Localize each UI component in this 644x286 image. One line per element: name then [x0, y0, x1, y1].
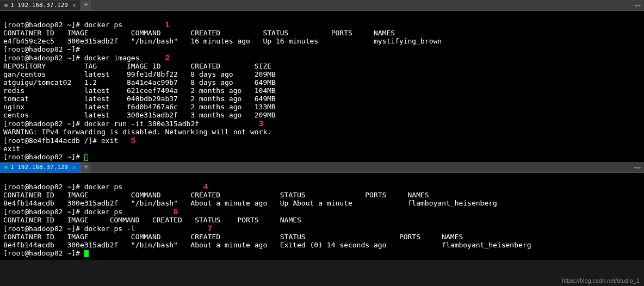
- command-text: docker ps: [84, 208, 122, 216]
- output-line: 8e4fb144acdb 300e315adb2f "/bin/bash" Ab…: [3, 241, 531, 249]
- output-line: centos latest 300e315adb2f 3 months ago …: [3, 111, 276, 119]
- annotation-5: 5: [131, 135, 135, 145]
- add-tab-button[interactable]: +: [81, 163, 91, 172]
- cursor-icon: [84, 154, 88, 161]
- scroll-left-icon[interactable]: ◄: [634, 164, 637, 170]
- output-line: 8e4fb144acdb 300e315adb2f "/bin/bash" Ab…: [3, 199, 497, 207]
- prompt: [root@hadoop02 ~]#: [3, 183, 80, 191]
- tab-bar-top: 1 192.168.37.129 × + ◄ ►: [0, 0, 644, 11]
- add-tab-button[interactable]: +: [81, 1, 91, 10]
- status-dot-icon: [4, 4, 8, 7]
- tab-scroll-controls: ◄ ►: [634, 164, 644, 170]
- close-icon[interactable]: ×: [72, 2, 76, 9]
- output-line: redis latest 621ceef7494a 2 months ago 1…: [3, 86, 276, 95]
- scroll-left-icon[interactable]: ◄: [634, 2, 637, 8]
- command-text: exit: [101, 136, 118, 145]
- terminal-bottom[interactable]: [root@hadoop02 ~]# docker ps 4 CONTAINER…: [0, 173, 644, 260]
- annotation-2: 2: [165, 53, 169, 62]
- output-line: gan/centos latest 99fe1d78bf22 8 days ag…: [3, 70, 276, 78]
- prompt: [root@hadoop02 ~]#: [3, 153, 80, 161]
- prompt: [root@hadoop02 ~]#: [3, 21, 80, 29]
- tab-title: 1 192.168.37.129: [10, 2, 68, 9]
- output-line: nginx latest f6d0b4767a6c 2 months ago 1…: [3, 103, 276, 111]
- annotation-1: 1: [165, 20, 169, 29]
- output-line: CONTAINER ID IMAGE COMMAND CREATED STATU…: [3, 216, 301, 224]
- command-text: docker ps: [84, 21, 122, 29]
- tab-session-2[interactable]: 1 192.168.37.129 ×: [0, 163, 81, 172]
- prompt: [root@hadoop02 ~]#: [3, 249, 80, 257]
- tab-title: 1 192.168.37.129: [10, 164, 68, 171]
- output-line: tomcat latest 040bdb29ab37 2 months ago …: [3, 95, 276, 103]
- terminal-top[interactable]: [root@hadoop02 ~]# docker ps 1 CONTAINER…: [0, 11, 644, 162]
- tab-session-1[interactable]: 1 192.168.37.129 ×: [0, 1, 81, 10]
- output-line: CONTAINER ID IMAGE COMMAND CREATED STATU…: [3, 233, 463, 241]
- empty-space: [0, 260, 644, 286]
- command-text: docker images: [84, 54, 140, 62]
- annotation-7: 7: [208, 223, 212, 233]
- cursor-icon: [84, 250, 89, 257]
- output-line: e4fb459c2ec5 300e315adb2f "/bin/bash" 16…: [3, 37, 442, 45]
- output-line: exit: [3, 145, 20, 153]
- scroll-right-icon[interactable]: ►: [638, 2, 641, 8]
- annotation-3: 3: [259, 119, 263, 128]
- prompt: [root@hadoop02 ~]#: [3, 120, 80, 128]
- output-line: CONTAINER ID IMAGE COMMAND CREATED STATU…: [3, 29, 395, 37]
- command-text: docker ps -l: [84, 225, 135, 233]
- annotation-4: 4: [203, 182, 208, 191]
- status-dot-icon: [4, 166, 8, 169]
- tab-bar-bottom: 1 192.168.37.129 × + ◄ ►: [0, 162, 644, 173]
- annotation-6: 6: [174, 207, 178, 216]
- prompt: [root@hadoop02 ~]#: [3, 208, 80, 216]
- output-line: REPOSITORY TAG IMAGE ID CREATED SIZE: [3, 62, 271, 70]
- scroll-right-icon[interactable]: ►: [638, 164, 641, 170]
- output-line: CONTAINER ID IMAGE COMMAND CREATED STATU…: [3, 191, 429, 199]
- prompt: [root@hadoop02 ~]#: [3, 54, 80, 62]
- watermark-text: https://blog.csdn.net/studio_1: [562, 277, 640, 284]
- command-text: docker ps: [84, 183, 122, 191]
- close-icon[interactable]: ×: [72, 164, 76, 171]
- prompt: [root@hadoop02 ~]#: [3, 45, 80, 53]
- command-text: docker run -it 300e315adb2f: [84, 120, 199, 128]
- output-line: atguigu/tomcat02 1.2 8a41e4ac99b7 8 days…: [3, 78, 276, 86]
- inner-prompt: [root@8e4fb144acdb /]#: [3, 136, 97, 145]
- prompt: [root@hadoop02 ~]#: [3, 225, 80, 233]
- output-line: WARNING: IPv4 forwarding is disabled. Ne…: [3, 128, 271, 136]
- tab-scroll-controls: ◄ ►: [634, 2, 644, 8]
